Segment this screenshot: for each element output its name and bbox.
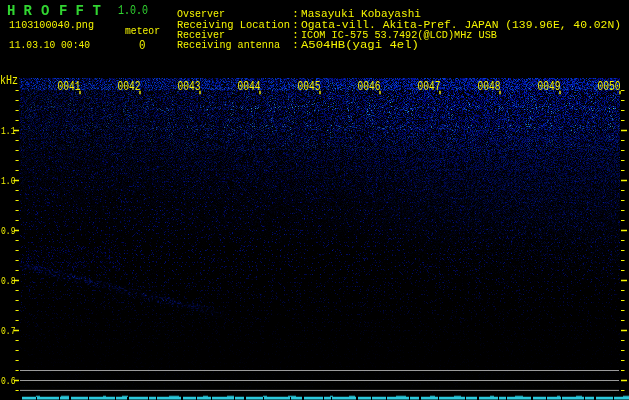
svg-text:F: F	[59, 3, 67, 19]
svg-text:11.03.10 00:40: 11.03.10 00:40	[9, 39, 90, 51]
svg-text:1.1: 1.1	[1, 125, 16, 137]
svg-text:0050: 0050	[598, 80, 621, 94]
svg-text:0.6: 0.6	[1, 375, 16, 387]
svg-text:H: H	[7, 3, 15, 19]
svg-text:R: R	[24, 3, 33, 19]
svg-text:T: T	[93, 3, 101, 19]
svg-text:meteor: meteor	[125, 25, 160, 37]
svg-text:0042: 0042	[118, 80, 141, 94]
svg-text:0.8: 0.8	[1, 275, 16, 287]
svg-text:0049: 0049	[538, 80, 561, 94]
svg-text:0047: 0047	[418, 80, 441, 94]
svg-text:A504HB(yagi 4el): A504HB(yagi 4el)	[301, 38, 419, 51]
svg-text:1.0: 1.0	[1, 175, 16, 187]
svg-text:Receiving antenna: Receiving antenna	[177, 38, 280, 51]
svg-text:0046: 0046	[358, 80, 381, 94]
svg-text:1.0.0: 1.0.0	[118, 3, 148, 18]
svg-text:0044: 0044	[238, 80, 261, 94]
svg-text:0041: 0041	[58, 80, 81, 94]
svg-text:0.7: 0.7	[1, 325, 16, 337]
svg-text:0045: 0045	[298, 80, 321, 94]
svg-text:0: 0	[139, 39, 146, 53]
svg-text:F: F	[76, 3, 84, 19]
svg-text:kHz: kHz	[0, 74, 18, 88]
svg-text:0.9: 0.9	[1, 225, 16, 237]
svg-text:1103100040.png: 1103100040.png	[9, 19, 94, 31]
svg-text:0048: 0048	[478, 80, 501, 94]
svg-text:O: O	[41, 3, 49, 19]
svg-text::: :	[292, 38, 299, 51]
svg-text:0043: 0043	[178, 80, 201, 94]
